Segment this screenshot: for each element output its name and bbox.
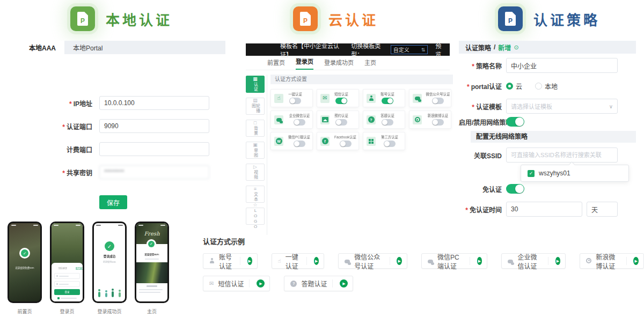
login-card: 短信登录 账号登录 登录	[52, 263, 83, 301]
enable-policy-toggle[interactable]	[506, 117, 524, 127]
section-title-cloud: 云认证	[328, 9, 378, 29]
text-icon: ≡	[254, 187, 257, 191]
form-row-enable-policy: 启用/禁用网络策略	[459, 117, 637, 127]
example-wechat-mp-auth[interactable]: 微信公众号认证 ▶	[338, 253, 407, 269]
tab-login-page[interactable]: 登录页	[296, 57, 313, 70]
play-icon[interactable]: ▶	[247, 257, 252, 265]
tab-login-success-page[interactable]: 登录成功页	[324, 58, 354, 70]
toggle-switch[interactable]	[432, 119, 444, 126]
policy-name-input[interactable]	[506, 58, 618, 73]
example-quiz-auth[interactable]: ? 答题认证 ▶	[284, 276, 353, 291]
sidebar-item-single-image[interactable]: ▣ 单图	[246, 142, 265, 159]
phone-caption: 主页	[147, 308, 157, 315]
breadcrumb-new[interactable]: 新增	[498, 43, 511, 52]
checkbox-checked-icon[interactable]: ✓	[528, 170, 535, 177]
example-wechat-pc-auth[interactable]: 微信PC端认证 ▶	[421, 253, 487, 269]
ssid-search-input[interactable]	[506, 148, 618, 163]
auth-port-input[interactable]	[99, 119, 209, 133]
tab-account-login[interactable]: 账号登录	[76, 267, 83, 270]
auth-toggle-grid: ☝ 一键认证 ✉ 短信认证 账号认证 微信公众号认证 企业微信认证	[270, 89, 453, 150]
ssid-option[interactable]: wszyhys01	[539, 169, 570, 177]
radio-cloud[interactable]: 云	[506, 82, 522, 91]
tab-front-page[interactable]: 前置页	[267, 58, 285, 70]
select-caret-icon: ⇅	[421, 47, 426, 53]
sidebar-item-text[interactable]: ≡ 文本	[246, 186, 265, 203]
hand-icon: ☝	[278, 259, 281, 264]
hand-icon: ☝	[277, 95, 280, 101]
form-row-billing-port: 计费端口	[20, 142, 225, 156]
play-icon[interactable]: ▶	[397, 257, 402, 265]
form-row-shared-key: *共享密钥	[20, 165, 225, 179]
sidebar-item-auth[interactable]: ▦ 认证	[246, 76, 265, 93]
sidebar-item-logo[interactable]: ☆ LOGO	[246, 208, 265, 225]
play-icon[interactable]: ▶	[257, 279, 265, 287]
aisle-photo	[136, 262, 167, 283]
local-auth-header: P 本地认证	[70, 6, 172, 31]
checkbox-icon[interactable]	[57, 297, 60, 299]
tab-sms-login[interactable]: 短信登录	[58, 267, 67, 270]
form-row-free-auth: 免认证	[459, 184, 637, 194]
save-button[interactable]: 保存	[99, 195, 127, 209]
toggle-switch[interactable]	[335, 98, 347, 104]
wechat-icon	[415, 97, 420, 100]
tab-home-page[interactable]: 主页	[364, 58, 376, 70]
phone-caption: 登录成功页	[97, 308, 121, 315]
play-icon[interactable]: ▶	[340, 279, 348, 287]
question-icon: ?	[368, 116, 375, 123]
ip-address-input[interactable]	[99, 96, 209, 110]
account-input[interactable]	[54, 273, 80, 279]
example-onekey-auth[interactable]: ☝ 一键认证 ▶	[272, 253, 325, 269]
template-name: 模板名【中小企业云认证】	[280, 41, 340, 58]
tab-local-portal[interactable]: 本地Portal	[64, 41, 111, 54]
free-auth-toggle[interactable]	[506, 184, 524, 194]
billing-port-input[interactable]	[99, 142, 209, 156]
toggle-switch[interactable]	[382, 119, 393, 126]
store-info	[136, 283, 167, 296]
example-wecom-auth[interactable]: 企业微信认证 ▶	[501, 253, 566, 269]
star-icon: ☆	[253, 203, 257, 208]
toggle-switch[interactable]	[384, 141, 396, 147]
form-row-ssid: 关联SSID	[459, 148, 637, 163]
toggle-switch[interactable]	[289, 98, 301, 104]
play-icon[interactable]: ▶	[555, 257, 561, 265]
toggle-switch[interactable]	[294, 141, 305, 147]
wecom-icon	[276, 118, 282, 122]
facebook-icon: f	[322, 138, 328, 144]
weibo-icon	[586, 258, 591, 263]
sidebar-item-background[interactable]: □ 背景	[246, 120, 265, 137]
password-input[interactable]	[54, 281, 80, 287]
field-label: *IP地址	[20, 99, 92, 108]
shared-key-input[interactable]	[99, 165, 209, 179]
play-icon[interactable]: ▶	[633, 257, 639, 265]
time-unit: 天	[587, 202, 618, 217]
tab-local-aaa[interactable]: 本地AAA	[20, 41, 64, 54]
example-sms-auth[interactable]: ✉ 短信认证 ▶	[203, 276, 270, 291]
toggle-switch[interactable]	[294, 119, 305, 126]
user-icon	[209, 258, 215, 263]
auth-policy-panel: 认证策略 / 新增 ⊙ *策略名称 *portal认证 云 本地 *认证模板 请…	[459, 41, 637, 223]
toggle-switch[interactable]	[340, 141, 352, 147]
template-type-select[interactable]: 自定义 ⇅	[391, 45, 428, 54]
play-icon[interactable]: ▶	[314, 257, 319, 265]
policy-header: P 认证策略	[498, 6, 600, 31]
sidebar-item-carousel[interactable]: ▤ 轮播图	[246, 98, 265, 115]
phone-preview-strip: ✓ 欢迎使用免费WiFi 前置页 短信登录 账号登录 登录 登录页	[8, 222, 169, 315]
example-weibo-auth[interactable]: 新浪微博认证 ▶	[580, 253, 644, 269]
login-button[interactable]: 登录	[54, 289, 80, 295]
radio-local[interactable]: 本地	[535, 82, 558, 91]
sidebar-item-video[interactable]: ▷ 视频	[246, 164, 265, 181]
document-p-icon: P	[498, 6, 523, 31]
document-p-icon: P	[293, 6, 318, 31]
toggle-switch[interactable]	[335, 119, 347, 126]
toggle-switch[interactable]	[432, 98, 444, 104]
toggle-switch[interactable]	[382, 98, 393, 104]
free-time-input[interactable]	[506, 202, 582, 217]
auth-template-select[interactable]: 请选择认证模板 ∨	[506, 99, 618, 114]
phone-caption: 前置页	[17, 308, 32, 315]
play-icon[interactable]: ▶	[477, 257, 482, 265]
example-account-auth[interactable]: 账号认证 ▶	[203, 253, 258, 269]
preview-button[interactable]: 预览	[435, 41, 445, 58]
status-bar	[54, 225, 80, 226]
question-icon: ?	[290, 281, 297, 287]
examples-row-1: 账号认证 ▶ ☝ 一键认证 ▶ 微信公众号认证 ▶ 微信PC端认证 ▶ 企业微信…	[203, 253, 644, 269]
